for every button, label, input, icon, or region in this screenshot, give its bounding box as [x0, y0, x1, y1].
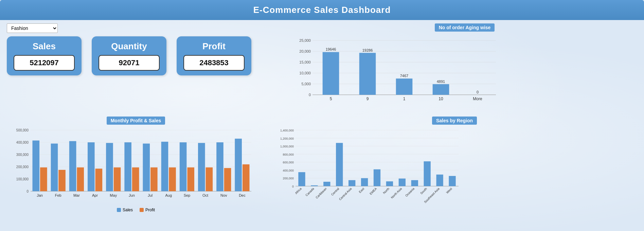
svg-text:19286: 19286 [362, 48, 373, 52]
svg-text:1,200,000: 1,200,000 [280, 137, 294, 140]
svg-text:Central: Central [330, 187, 340, 196]
kpi-title: Sales [14, 41, 75, 52]
svg-text:EMEA: EMEA [369, 187, 377, 195]
svg-text:Jan: Jan [37, 193, 43, 197]
svg-text:300,000: 300,000 [16, 153, 29, 157]
svg-text:Africa: Africa [294, 187, 302, 195]
svg-text:Jun: Jun [129, 193, 135, 197]
svg-rect-19 [396, 78, 413, 95]
svg-rect-45 [58, 170, 66, 191]
svg-rect-53 [106, 143, 113, 191]
svg-rect-66 [187, 167, 194, 191]
kpi-title: Profit [183, 41, 245, 52]
svg-text:4891: 4891 [437, 79, 445, 84]
svg-text:Oceania: Oceania [405, 187, 415, 197]
svg-rect-54 [114, 167, 121, 191]
svg-text:Nov: Nov [220, 193, 227, 197]
svg-rect-57 [132, 167, 139, 191]
svg-text:Mar: Mar [73, 193, 80, 197]
svg-text:Sep: Sep [184, 193, 191, 197]
svg-rect-71 [216, 142, 223, 191]
svg-rect-98 [323, 182, 330, 186]
kpi-value: 2483853 [183, 55, 245, 71]
svg-text:1,400,000: 1,400,000 [280, 129, 294, 132]
svg-text:Caribbean: Caribbean [315, 187, 327, 199]
svg-rect-68 [198, 143, 205, 191]
svg-rect-42 [40, 167, 47, 191]
svg-text:North: North [382, 187, 390, 195]
svg-rect-13 [323, 52, 339, 95]
kpi-card-profit: Profit 2483853 [177, 36, 251, 75]
svg-text:15,000: 15,000 [299, 60, 311, 64]
svg-text:5: 5 [330, 96, 332, 101]
svg-text:Apr: Apr [92, 193, 98, 197]
svg-text:200,000: 200,000 [283, 177, 294, 180]
legend-profit-dot [140, 208, 144, 212]
region-chart-section: Sales by Region 0200,000400,000600,00080… [272, 117, 637, 212]
legend-sales-dot [117, 208, 121, 212]
svg-text:More: More [473, 96, 482, 101]
svg-text:400,000: 400,000 [16, 141, 29, 144]
aging-chart: 05,00010,00015,00020,00025,0001964651928… [292, 34, 637, 110]
kpi-value: 92071 [99, 55, 160, 71]
svg-rect-47 [69, 141, 76, 191]
svg-text:0: 0 [26, 190, 29, 193]
svg-text:7467: 7467 [400, 74, 408, 78]
svg-text:0: 0 [292, 185, 294, 188]
svg-text:10: 10 [439, 96, 443, 101]
svg-rect-51 [95, 168, 103, 191]
svg-text:South: South [419, 187, 428, 195]
svg-rect-112 [411, 180, 418, 186]
svg-text:May: May [110, 193, 117, 197]
svg-rect-56 [124, 142, 131, 191]
svg-text:19646: 19646 [326, 47, 336, 51]
svg-rect-72 [224, 168, 231, 191]
svg-text:East: East [358, 187, 365, 194]
svg-rect-114 [424, 161, 431, 186]
legend-profit-label: Profit [145, 208, 155, 212]
svg-rect-59 [143, 144, 150, 191]
svg-text:Aug: Aug [165, 193, 172, 197]
svg-rect-104 [361, 178, 368, 186]
kpi-cards: Sales 5212097 Quantity 92071 Profit 2483… [7, 36, 285, 75]
svg-rect-50 [88, 142, 95, 191]
svg-text:West: West [445, 187, 453, 194]
svg-text:Canada: Canada [305, 187, 315, 197]
category-filter[interactable]: FashionElectronicsFurnitureOffice Suppli… [7, 23, 58, 33]
svg-rect-74 [235, 139, 242, 191]
svg-rect-100 [336, 143, 343, 186]
svg-rect-65 [180, 142, 187, 191]
svg-text:400,000: 400,000 [283, 169, 294, 172]
svg-rect-110 [399, 179, 406, 186]
svg-text:5,000: 5,000 [301, 82, 311, 86]
svg-text:1: 1 [403, 96, 406, 101]
svg-text:Jul: Jul [148, 193, 153, 197]
svg-text:9: 9 [366, 96, 369, 101]
svg-text:Oct: Oct [202, 193, 208, 197]
aging-chart-section: No of order Aging wise 05,00010,00015,00… [285, 23, 637, 110]
aging-chart-title: No of order Aging wise [435, 23, 495, 32]
svg-rect-63 [169, 167, 176, 191]
svg-text:North Asia: North Asia [390, 187, 402, 199]
svg-rect-94 [298, 172, 305, 186]
svg-text:Dec: Dec [239, 193, 246, 197]
header: E-Commerce Sales Dashboard [0, 0, 644, 20]
svg-text:600,000: 600,000 [283, 161, 294, 164]
svg-text:500,000: 500,000 [16, 128, 29, 132]
svg-text:Central Asia: Central Asia [338, 187, 352, 201]
kpi-title: Quantity [99, 41, 160, 52]
kpi-card-quantity: Quantity 92071 [92, 36, 166, 75]
kpi-card-sales: Sales 5212097 [7, 36, 82, 75]
svg-rect-116 [436, 175, 443, 186]
svg-text:20,000: 20,000 [299, 49, 311, 53]
monthly-chart-svg: 0100,000200,000300,000400,000500,000JanF… [7, 127, 258, 205]
svg-text:0: 0 [309, 93, 311, 97]
svg-text:25,000: 25,000 [299, 38, 311, 42]
svg-rect-60 [150, 167, 158, 191]
svg-rect-118 [449, 176, 455, 186]
svg-text:10,000: 10,000 [299, 71, 311, 75]
svg-rect-69 [206, 167, 213, 191]
svg-text:1,000,000: 1,000,000 [280, 145, 294, 148]
header-title: E-Commerce Sales Dashboard [253, 5, 391, 15]
svg-text:Feb: Feb [55, 193, 61, 197]
